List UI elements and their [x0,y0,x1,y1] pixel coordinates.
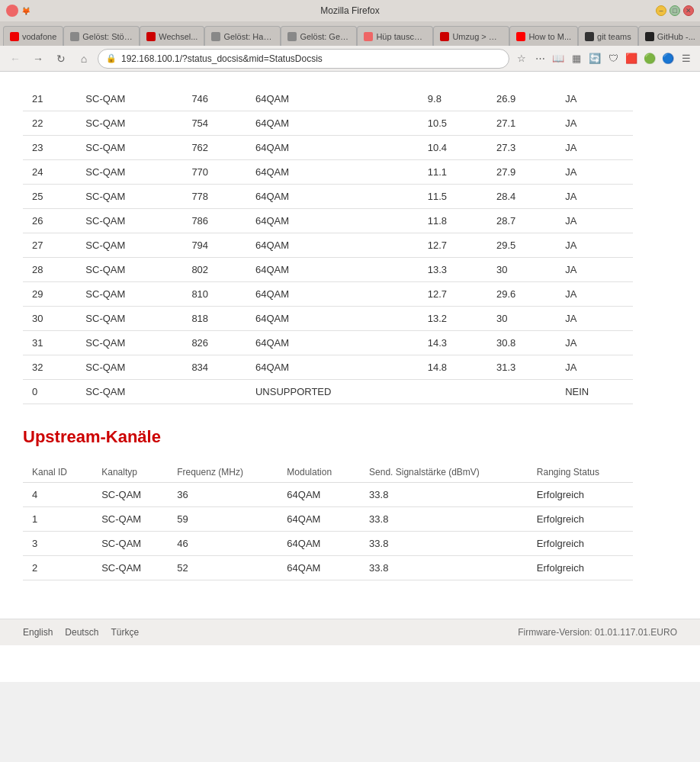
cell-type: SC-QAM [76,185,182,209]
ext2-icon[interactable]: 🟢 [642,51,657,66]
cell-mod: 64QAM [246,136,419,160]
cell-level: 30.8 [487,331,556,355]
tab-label: Wechsel... [159,32,197,41]
upstream-header-sendpegel: Send. Signalstärke (dBmV) [360,462,528,483]
cell-freq: 818 [182,307,246,331]
table-row: 26 SC-QAM 786 64QAM 11.8 28.7 JA [23,209,633,233]
bookmark-icon[interactable]: ☆ [514,51,529,66]
shield-icon[interactable]: 🛡 [605,51,621,66]
footer-link-english[interactable]: English [23,627,53,638]
table-row: 21 SC-QAM 746 64QAM 9.8 26.9 JA [23,87,633,111]
upstream-table: Kanal ID Kanaltyp Frequenz (MHz) Modulat… [23,462,633,580]
tab-favicon [516,32,525,41]
upstream-section-title: Upstream-Kanäle [23,427,633,447]
cell-mod: 64QAM [278,483,360,507]
cell-type: SC-QAM [76,258,182,282]
ext3-icon[interactable]: 🔵 [660,51,676,66]
downstream-table: 21 SC-QAM 746 64QAM 9.8 26.9 JA 22 SC-QA… [23,87,633,404]
cell-level: 33.8 [360,556,528,580]
tab-vodafone[interactable]: vodafone [3,26,63,46]
cell-lock: JA [556,258,633,282]
cell-level: 27.1 [487,111,556,136]
table-row: 29 SC-QAM 810 64QAM 12.7 29.6 JA [23,282,633,307]
cell-level: 27.3 [487,136,556,160]
reader-icon[interactable]: 📖 [551,51,566,66]
cell-snr [419,380,487,404]
ext1-icon[interactable]: 🟥 [624,51,639,66]
sidebar-icon[interactable]: ▦ [569,51,584,66]
cell-id: 23 [23,136,76,160]
cell-id: 26 [23,209,76,233]
cell-id: 3 [23,532,92,556]
tab-label: Gelöst: Störu... [82,32,133,41]
tab-stoerung[interactable]: Gelöst: Störu... [63,26,140,46]
cell-id: 25 [23,185,76,209]
tab-wechsel[interactable]: Wechsel... [140,26,204,46]
tab-github[interactable]: GitHub -... [638,26,700,46]
tab-label: git teams [597,32,631,41]
cell-level: 28.4 [487,185,556,209]
table-row: 4 SC-QAM 36 64QAM 33.8 Erfolgreich [23,483,633,507]
cell-type: SC-QAM [76,209,182,233]
nav-bar: ← → ↻ ⌂ 🔒 192.168.100.1/?status_docsis&m… [0,46,700,72]
cell-lock: JA [556,160,633,185]
content-area: 21 SC-QAM 746 64QAM 9.8 26.9 JA 22 SC-QA… [0,72,656,603]
tab-git-teams[interactable]: git teams [578,26,638,46]
cell-mod: 64QAM [246,160,419,185]
footer-link-tuerkce[interactable]: Türkçe [111,627,139,638]
reload-button[interactable]: ↻ [52,50,70,68]
back-button[interactable]: ← [6,50,24,68]
footer-link-deutsch[interactable]: Deutsch [65,627,98,638]
address-bar[interactable]: 🔒 192.168.100.1/?status_docsis&mid=Statu… [98,49,509,69]
upstream-header-ranging: Ranging Status [528,462,633,483]
url-text: 192.168.100.1/?status_docsis&mid=StatusD… [121,53,501,64]
cell-snr: 10.5 [419,111,487,136]
cell-mod: 64QAM [246,258,419,282]
tab-umzug[interactable]: Umzug > Ha... [433,26,509,46]
cell-type: SC-QAM [76,87,182,111]
footer: English Deutsch Türkçe Firmware-Version:… [0,619,700,645]
cell-level: 27.9 [487,160,556,185]
tab-geraet[interactable]: Gelöst: Gerä... [281,26,357,46]
tab-favicon [364,32,373,41]
table-row: 28 SC-QAM 802 64QAM 13.3 30 JA [23,258,633,282]
hamburger-icon[interactable]: ☰ [679,51,694,66]
cell-type: SC-QAM [76,233,182,258]
tab-haus[interactable]: Gelöst: Haus... [204,26,281,46]
tab-favicon [645,32,654,41]
cell-status: Erfolgreich [528,532,633,556]
close-button[interactable]: ✕ [683,5,694,16]
restore-button[interactable]: □ [669,5,680,16]
cell-mod: 64QAM [246,282,419,307]
table-row: 1 SC-QAM 59 64QAM 33.8 Erfolgreich [23,507,633,532]
table-row: 25 SC-QAM 778 64QAM 11.5 28.4 JA [23,185,633,209]
cell-freq: 59 [168,507,278,532]
cell-freq: 762 [182,136,246,160]
menu-icon[interactable]: ⋯ [532,51,547,66]
cell-id: 31 [23,331,76,355]
cell-mod: 64QAM [246,87,419,111]
table-row: 2 SC-QAM 52 64QAM 33.8 Erfolgreich [23,556,633,580]
cell-id: 27 [23,233,76,258]
footer-links: English Deutsch Türkçe [23,627,139,638]
minimize-button[interactable]: – [656,5,666,16]
cell-level: 28.7 [487,209,556,233]
upstream-header-kanal-id: Kanal ID [23,462,92,483]
sync-icon[interactable]: 🔄 [587,51,602,66]
tab-label: GitHub -... [657,32,695,41]
home-button[interactable]: ⌂ [75,50,93,68]
tab-hup[interactable]: Hüp tausche... [357,26,433,46]
cell-id: 32 [23,355,76,380]
page-wrapper: 21 SC-QAM 746 64QAM 9.8 26.9 JA 22 SC-QA… [0,72,700,682]
cell-level: 29.6 [487,282,556,307]
cell-id: 21 [23,87,76,111]
tab-favicon [211,32,220,41]
tab-howto[interactable]: How to M... [509,26,578,46]
firefox-icon: 🦊 [6,5,31,17]
cell-id: 30 [23,307,76,331]
cell-id: 0 [23,380,76,404]
cell-lock: JA [556,307,633,331]
window-title: Mozilla Firefox [320,5,379,16]
cell-mod: UNSUPPORTED [246,380,419,404]
forward-button[interactable]: → [29,50,47,68]
